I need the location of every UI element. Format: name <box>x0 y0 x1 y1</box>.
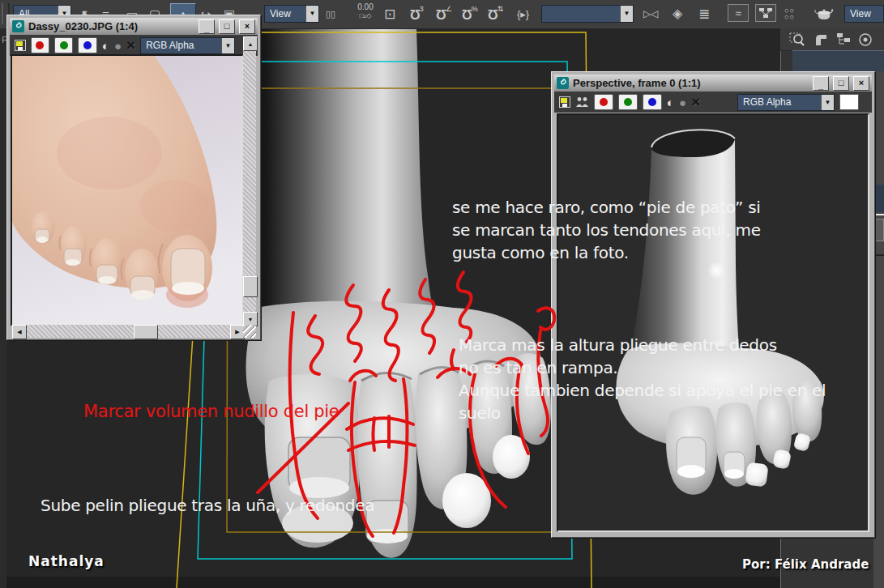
note-nudillo: Marcar volumen nudillo del pie <box>83 400 340 423</box>
red-channel-icon[interactable] <box>31 37 49 53</box>
foot-photo-render <box>12 56 242 325</box>
right-view-dropdown[interactable]: View <box>844 4 884 23</box>
perspective-window: Perspective, frame 0 (1:1) _ □ × ◐ ● × R… <box>551 71 875 538</box>
named-selection-value <box>542 6 620 22</box>
angle-snap-icon[interactable]: Ω∠ <box>436 4 452 23</box>
alpha-channel-icon[interactable]: ● <box>114 39 122 53</box>
monochrome-icon[interactable]: ◐ <box>102 39 109 53</box>
maximize-button[interactable]: □ <box>833 76 849 91</box>
mini-schematic-icon[interactable] <box>835 32 852 48</box>
left-edge-strip: F <box>0 28 6 588</box>
resize-grip[interactable] <box>243 325 256 338</box>
chevron-down-icon[interactable]: ▼ <box>821 95 834 110</box>
clear-icon[interactable]: × <box>126 36 135 54</box>
green-channel-icon[interactable] <box>54 37 73 53</box>
perspective-channel-dropdown[interactable]: RGB Alpha ▼ <box>737 94 835 111</box>
scroll-left-button[interactable]: ◀ <box>12 325 27 339</box>
named-selection-sets-icon[interactable]: {▸} <box>517 4 529 23</box>
percent-snap-icon[interactable]: Ω% <box>462 4 478 23</box>
curve-editor-icon[interactable]: ≈ <box>728 4 749 22</box>
photo-window: Dassy_0230.JPG (1:4) _ □ × ◐ ● × RGB Alp… <box>6 15 261 340</box>
perspective-vfb-toolbar: ◐ ● × RGB Alpha ▼ <box>554 92 872 113</box>
named-selection-dropdown[interactable]: ▼ <box>541 4 634 23</box>
close-button[interactable]: × <box>239 19 255 34</box>
secondary-toolbar <box>780 28 884 51</box>
photo-image <box>11 54 244 326</box>
main-foot-render <box>241 29 551 558</box>
spinner-snap-icon[interactable]: Ω⇅ <box>488 4 503 23</box>
perspective-window-title: Perspective, frame 0 (1:1) <box>573 77 809 89</box>
perspective-window-titlebar[interactable]: Perspective, frame 0 (1:1) _ □ × <box>554 75 872 92</box>
schematic-glyph <box>758 7 773 19</box>
chevron-down-icon[interactable]: ▼ <box>620 6 633 22</box>
offset-marks-icon: □▵◇ <box>350 11 381 20</box>
monochrome-icon[interactable]: ◐ <box>667 96 674 109</box>
vscroll-thumb[interactable] <box>243 276 258 297</box>
schematic-view-icon[interactable] <box>755 4 776 22</box>
max-logo-icon <box>557 77 569 89</box>
clear-icon[interactable]: × <box>691 93 700 111</box>
photo-vscrollbar[interactable]: ▲ ▼ <box>243 36 256 325</box>
perspective-channel-value: RGB Alpha <box>738 95 821 110</box>
disc-icon[interactable] <box>858 32 873 48</box>
scroll-up-button[interactable]: ▲ <box>243 36 258 51</box>
photo-window-titlebar[interactable]: Dassy_0230.JPG (1:4) _ □ × <box>10 18 258 36</box>
align-icon[interactable]: ◈ <box>673 4 682 23</box>
clone-icon[interactable] <box>575 96 589 108</box>
panel-header-band <box>792 50 884 72</box>
teapot-glyph <box>814 6 835 22</box>
save-icon[interactable] <box>559 96 570 108</box>
perspective-render <box>557 113 869 532</box>
note-una: Sube pelin pliegue tras la uña, y redond… <box>41 494 374 517</box>
by-credit: Por: Félix Andrade <box>742 557 869 572</box>
blue-channel-icon[interactable] <box>78 37 96 53</box>
coordsys-value: View <box>265 6 305 22</box>
render-teapot-icon[interactable] <box>812 4 836 23</box>
elbow-pipe-icon[interactable] <box>813 32 829 48</box>
select-and-manipulate-icon[interactable]: ▯▯ <box>326 4 335 23</box>
green-channel-icon[interactable] <box>618 94 638 110</box>
material-editor-icon[interactable]: ○○ ○○ <box>784 4 795 23</box>
background-color-swatch[interactable] <box>839 94 859 110</box>
keyboard-shortcut-toggle-icon[interactable]: ⊡ <box>384 4 395 23</box>
alpha-channel-icon[interactable]: ● <box>679 96 686 109</box>
save-icon[interactable] <box>15 40 26 51</box>
photo-vfb-toolbar: ◐ ● × RGB Alpha ▼ <box>10 35 258 56</box>
max-application-window: All ▼ ↖ ≡ ▭ ▢ ↑ ↪ ▣ View ▼ ▯▯ 0.00 □▵◇ ⊡… <box>0 0 884 588</box>
right-view-value: View <box>845 6 883 22</box>
offset-value: 0.00 <box>350 2 381 11</box>
snap-toggle-3d-icon[interactable]: Ω3 <box>410 4 424 23</box>
minimize-button[interactable]: _ <box>813 76 829 91</box>
maximize-button[interactable]: □ <box>219 19 235 34</box>
photo-window-title: Dassy_0230.JPG (1:4) <box>28 20 194 32</box>
region-zoom-icon[interactable] <box>788 32 806 48</box>
blue-channel-icon[interactable] <box>643 94 662 110</box>
chevron-down-icon[interactable]: ▼ <box>305 6 318 22</box>
hscroll-thumb[interactable] <box>134 325 158 339</box>
mirror-icon[interactable]: ▷◁ <box>643 4 658 23</box>
render-foot <box>558 115 868 530</box>
chevron-down-icon[interactable]: ▼ <box>221 38 234 53</box>
note-pliegue: Marca mas la altura pliegue entre dedos … <box>459 334 826 424</box>
layer-manager-icon[interactable]: ≣ <box>698 4 710 23</box>
max-logo-icon <box>12 20 24 32</box>
photo-hscrollbar[interactable]: ◀ ▶ <box>12 325 243 338</box>
author-credit: Nathalya <box>28 553 105 569</box>
red-channel-icon[interactable] <box>594 94 613 110</box>
coordsys-dropdown[interactable]: View ▼ <box>264 4 319 23</box>
sliver-button[interactable] <box>875 219 884 241</box>
note-tendons: se me hace raro, como “pie de pato” si s… <box>452 196 761 264</box>
minimize-button[interactable]: _ <box>199 19 215 34</box>
close-button[interactable]: × <box>853 76 869 91</box>
transform-offset-widget[interactable]: 0.00 □▵◇ <box>350 2 381 20</box>
photo-channel-dropdown[interactable]: RGB Alpha ▼ <box>140 37 235 54</box>
photo-channel-value: RGB Alpha <box>141 38 221 53</box>
